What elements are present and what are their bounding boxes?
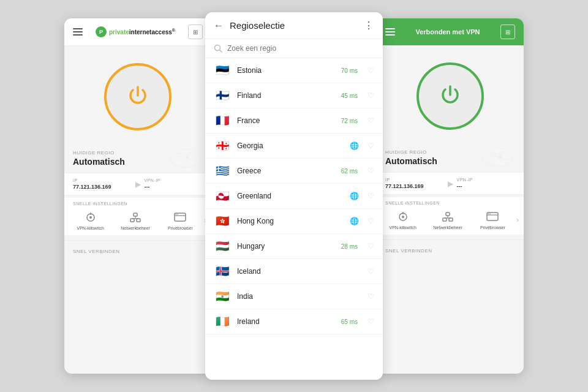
- favorite-icon[interactable]: ♡: [368, 267, 374, 276]
- right-quick-more-arrow[interactable]: ›: [515, 216, 520, 224]
- left-phone: P privateinternetaccess® ⊞ HUIDIGE REGIO…: [64, 18, 211, 374]
- svg-rect-7: [137, 219, 140, 222]
- country-list: 🇪🇪Estonia70 ms♡🇫🇮Finland45 ms♡🇫🇷France72…: [205, 58, 383, 380]
- svg-point-1: [186, 156, 189, 159]
- country-flag: 🇫🇷: [214, 115, 231, 127]
- country-name: Estonia: [237, 66, 333, 75]
- svg-point-20: [402, 216, 404, 218]
- back-button[interactable]: ←: [214, 20, 224, 31]
- country-item[interactable]: 🇫🇮Finland45 ms♡: [205, 83, 383, 108]
- country-flag: 🇬🇪: [214, 140, 231, 152]
- vpn-ip-col: VPN-IP ---: [145, 178, 203, 190]
- snel-label: SNEL VERBINDEN: [73, 249, 120, 254]
- svg-point-3: [89, 216, 92, 219]
- right-network-item[interactable]: Netwerkbeheer: [425, 210, 470, 230]
- country-item[interactable]: 🇭🇺Hungary28 ms♡: [205, 234, 383, 259]
- country-flag: 🇮🇪: [214, 315, 231, 328]
- country-item[interactable]: 🇬🇷Greece62 ms♡: [205, 159, 383, 184]
- favorite-icon[interactable]: ♡: [368, 141, 374, 150]
- right-killswitch-icon: [394, 210, 412, 224]
- favorite-icon[interactable]: ♡: [368, 317, 374, 326]
- power-button[interactable]: [104, 63, 172, 130]
- country-item[interactable]: 🇬🇱Greenland🌐♡: [205, 184, 383, 209]
- country-flag: 🇮🇸: [214, 265, 231, 277]
- right-header-title: Verbonden met VPN: [415, 28, 480, 36]
- search-bar: [205, 39, 383, 58]
- header-settings-icon[interactable]: ⊞: [188, 24, 203, 39]
- favorite-icon[interactable]: ♡: [368, 66, 374, 75]
- favorite-icon[interactable]: ♡: [368, 242, 374, 251]
- region-info: HUIDIGE REGIO Automatisch: [64, 143, 211, 173]
- right-hamburger-menu[interactable]: [385, 28, 395, 36]
- globe-icon: 🌐: [350, 192, 359, 200]
- country-flag: 🇪🇪: [214, 64, 231, 77]
- country-name: Ireland: [237, 317, 333, 326]
- right-ip-row: IP 77.121.136.169 ▶ VPN-IP ---: [377, 172, 524, 195]
- right-network-icon: [439, 210, 456, 224]
- country-name: Iceland: [237, 267, 361, 276]
- svg-point-14: [178, 214, 179, 215]
- country-item[interactable]: 🇮🇳India♡: [205, 284, 383, 309]
- ping-value: 45 ms: [339, 92, 358, 99]
- right-killswitch-item[interactable]: VPN-killswitch: [380, 210, 425, 230]
- right-browser-item[interactable]: Privébrowser: [470, 210, 515, 230]
- search-input[interactable]: [227, 44, 374, 53]
- browser-item[interactable]: Privébrowser: [158, 211, 203, 230]
- country-flag: 🇭🇺: [214, 240, 231, 252]
- right-ip-label: IP: [385, 178, 444, 182]
- country-item[interactable]: 🇫🇷France72 ms♡: [205, 108, 383, 134]
- more-options-button[interactable]: ⋮: [364, 20, 374, 31]
- region-selection-title: Regioselectie: [230, 20, 358, 31]
- country-name: Hong Kong: [237, 217, 344, 225]
- right-world-map: [481, 147, 515, 168]
- country-name: Georgia: [237, 141, 344, 150]
- right-power-button[interactable]: [417, 62, 484, 130]
- country-flag: 🇬🇱: [214, 190, 231, 202]
- favorite-icon[interactable]: ♡: [368, 167, 374, 175]
- right-header-settings-icon[interactable]: ⊞: [500, 24, 515, 39]
- right-ip-value: 77.121.136.169: [385, 183, 444, 189]
- country-name: India: [237, 292, 361, 301]
- vpn-ip-value: ---: [145, 184, 203, 190]
- network-item[interactable]: Netwerkbeheer: [113, 211, 157, 230]
- power-icon: [126, 85, 150, 109]
- favorite-icon[interactable]: ♡: [368, 192, 374, 200]
- pia-logo-text: privateinternetaccess®: [109, 28, 175, 36]
- search-icon: [214, 44, 222, 53]
- network-icon: [127, 211, 144, 224]
- right-region-label: HUIDIGE REGIO: [385, 149, 437, 155]
- right-snel-verbinden: SNEL VERBINDEN: [377, 239, 524, 258]
- region-left: HUIDIGE REGIO Automatisch: [73, 150, 125, 167]
- country-name: France: [237, 116, 333, 125]
- favorite-icon[interactable]: ♡: [368, 217, 374, 225]
- right-vpn-ip-col: VPN-IP ---: [457, 178, 516, 189]
- pia-logo-icon: P: [96, 26, 107, 37]
- pia-logo: P privateinternetaccess®: [96, 26, 175, 37]
- globe-icon: 🌐: [350, 141, 359, 150]
- right-quick-settings-label: SNELLE INSTELLINGEN: [380, 201, 520, 208]
- middle-phone: ← Regioselectie ⋮ 🇪🇪Estonia70 ms♡🇫🇮Finla…: [205, 12, 383, 380]
- country-item[interactable]: 🇮🇸Iceland♡: [205, 259, 383, 284]
- favorite-icon[interactable]: ♡: [368, 116, 374, 125]
- right-region-left: HUIDIGE REGIO Automatisch: [385, 149, 437, 166]
- vpn-ip-label: VPN-IP: [145, 178, 203, 183]
- svg-rect-5: [134, 213, 137, 216]
- killswitch-item[interactable]: VPN-killswitch: [68, 211, 113, 230]
- favorite-icon[interactable]: ♡: [368, 292, 374, 301]
- country-item[interactable]: 🇬🇪Georgia🌐♡: [205, 134, 383, 159]
- browser-label: Privébrowser: [168, 226, 193, 230]
- quick-settings: SNELLE INSTELLINGEN VPN-killswitch Netwe…: [64, 198, 211, 235]
- country-flag: 🇬🇷: [214, 165, 231, 177]
- svg-rect-23: [443, 218, 447, 221]
- quick-icons-row: VPN-killswitch Netwerkbeheer Privébrowse…: [68, 208, 208, 233]
- right-phone: Verbonden met VPN ⊞ HUIDIGE REGIO Automa…: [377, 18, 524, 374]
- country-item[interactable]: 🇭🇰Hong Kong🌐♡: [205, 209, 383, 234]
- country-item[interactable]: 🇮🇪Ireland65 ms♡: [205, 309, 383, 334]
- favorite-icon[interactable]: ♡: [368, 91, 374, 100]
- browser-icon: [172, 211, 189, 224]
- svg-rect-22: [446, 213, 450, 216]
- country-name: Hungary: [237, 242, 333, 251]
- power-area: [64, 46, 211, 143]
- country-item[interactable]: 🇪🇪Estonia70 ms♡: [205, 58, 383, 83]
- hamburger-menu[interactable]: [73, 28, 83, 36]
